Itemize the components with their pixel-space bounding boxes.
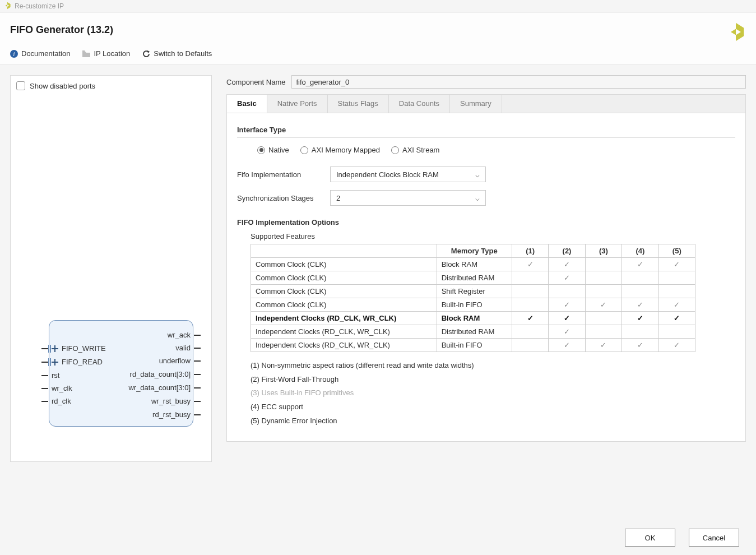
interface-type-axi-stream[interactable]: AXI Stream [391,146,439,154]
interface-type-title: Interface Type [237,126,735,138]
check-cell: ✓ [549,325,585,339]
table-row: Common Clock (CLK)Distributed RAM✓ [251,271,695,285]
legend-item: (1) Non-symmetric aspect ratios (differe… [251,359,735,373]
memory-cell: Distributed RAM [437,271,512,285]
port-label: rd_rst_busy [94,410,194,419]
table-row: Independent Clocks (RD_CLK, WR_CLK)Distr… [251,325,695,339]
check-cell [512,325,548,339]
memory-cell: Shift Register [437,285,512,298]
check-cell [585,258,622,271]
check-cell: ✓ [549,298,585,312]
info-icon: i [10,50,18,58]
documentation-link[interactable]: i Documentation [10,49,70,58]
check-cell: ✓ [549,339,585,352]
memory-cell: Block RAM [437,258,512,271]
radio-label: AXI Memory Mapped [312,146,380,154]
table-row: Common Clock (CLK)Built-in FIFO✓✓✓✓ [251,298,695,312]
tab-summary[interactable]: Summary [450,95,502,113]
table-row: Independent Clocks (RD_CLK, WR_CLK)Built… [251,339,695,352]
tab-basic[interactable]: Basic [227,95,267,113]
interface-type-axi-mm[interactable]: AXI Memory Mapped [300,146,380,154]
select-value: Independent Clocks Block RAM [336,170,439,179]
check-cell: ✓ [658,258,695,271]
radio-icon [300,146,308,154]
page-title: FIFO Generator (13.2) [10,24,746,36]
refresh-icon [142,50,150,58]
fifo-implementation-select[interactable]: Independent Clocks Block RAM ⌵ [330,166,486,182]
legend-item: (5) Dynamic Error Injection [251,414,735,428]
show-disabled-ports-checkbox[interactable]: Show disabled ports [16,81,206,90]
table-row: Independent Clocks (RD_CLK, WR_CLK)Block… [251,312,695,325]
chevron-down-icon: ⌵ [475,194,480,202]
checkbox-icon [16,81,25,90]
component-name-label: Component Name [226,78,286,86]
clock-cell: Common Clock (CLK) [251,271,437,285]
svg-text:i: i [13,51,15,57]
radio-label: AXI Stream [402,146,439,154]
supported-features-table: Memory Type (1) (2) (3) (4) (5) Common C… [251,244,695,352]
table-header [251,244,437,258]
clock-cell: Independent Clocks (RD_CLK, WR_CLK) [251,339,437,352]
check-cell [622,285,658,298]
table-row: Common Clock (CLK)Shift Register [251,285,695,298]
table-header: (2) [549,244,585,258]
check-cell: ✓ [622,298,658,312]
table-row: Common Clock (CLK)Block RAM✓✓✓✓ [251,258,695,271]
check-cell [585,271,622,285]
check-cell: ✓ [512,258,548,271]
radio-icon [391,146,399,154]
check-cell: ✓ [658,298,695,312]
table-header: Memory Type [437,244,512,258]
tab-native-ports[interactable]: Native Ports [267,95,328,113]
check-cell [622,271,658,285]
check-cell: ✓ [585,298,622,312]
check-cell [512,339,548,352]
switch-defaults-label: Switch to Defaults [154,49,212,58]
switch-defaults-link[interactable]: Switch to Defaults [142,49,212,58]
show-disabled-ports-label: Show disabled ports [30,82,95,90]
radio-label: Native [268,146,289,154]
check-cell [585,325,622,339]
port-label: wr_clk [48,384,76,392]
legend: (1) Non-symmetric aspect ratios (differe… [251,359,735,428]
port-label: rd_clk [48,397,75,405]
tab-status-flags[interactable]: Status Flags [328,95,389,113]
check-cell: ✓ [549,258,585,271]
check-cell [585,285,622,298]
radio-icon [257,146,265,154]
fifo-implementation-label: Fifo Implementation [237,170,320,179]
port-label: wr_rst_busy [94,397,194,405]
sync-stages-select[interactable]: 2 ⌵ [330,190,486,206]
component-name-input[interactable] [291,75,746,89]
supported-features-title: Supported Features [251,232,735,240]
table-header: (4) [622,244,658,258]
sync-stages-label: Synchronization Stages [237,194,320,202]
ip-location-link[interactable]: IP Location [82,49,130,58]
ok-button[interactable]: OK [625,529,675,547]
port-label: wr_ack [94,331,194,339]
check-cell [658,285,695,298]
select-value: 2 [336,194,340,202]
check-cell [658,325,695,339]
tab-data-counts[interactable]: Data Counts [389,95,450,113]
port-label: underflow [94,357,194,365]
memory-cell: Block RAM [437,312,512,325]
ip-block-symbol: FIFO_WRITE FIFO_READ rst wr_clk rd_clk w… [49,320,193,427]
header: FIFO Generator (13.2) i Documentation IP… [0,13,756,65]
port-label: rst [48,371,63,380]
clock-cell: Common Clock (CLK) [251,298,437,312]
check-cell: ✓ [622,258,658,271]
memory-cell: Built-in FIFO [437,298,512,312]
check-cell: ✓ [512,312,548,325]
clock-cell: Common Clock (CLK) [251,285,437,298]
table-header: (3) [585,244,622,258]
tab-body-basic: Interface Type Native AXI Memory Mapped … [226,113,746,442]
table-header: (5) [658,244,695,258]
interface-type-native[interactable]: Native [257,146,289,154]
ip-location-label: IP Location [94,49,130,58]
cancel-button[interactable]: Cancel [689,529,739,547]
check-cell [512,298,548,312]
check-cell: ✓ [622,339,658,352]
clock-cell: Independent Clocks (RD_CLK, WR_CLK) [251,312,437,325]
memory-cell: Built-in FIFO [437,339,512,352]
